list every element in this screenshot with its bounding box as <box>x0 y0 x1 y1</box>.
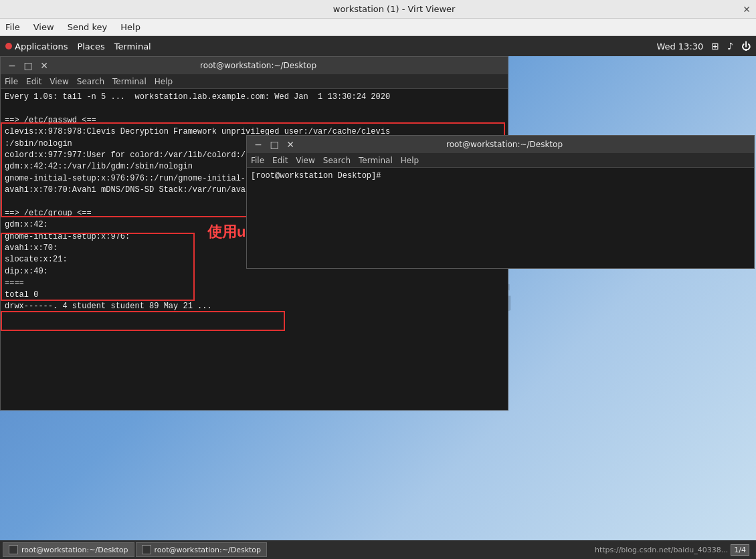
term-line-17: total 0 <box>5 290 504 301</box>
terminal-2-menubar: File Edit View Search Terminal Help <box>247 153 754 168</box>
terminal-1-minimize[interactable]: − <box>6 60 18 71</box>
terminal-1-menubar: File Edit View Search Terminal Help <box>1 74 508 89</box>
virt-viewer-menubar: File View Send key Help <box>0 19 756 36</box>
term-line-16: ==== <box>5 277 504 289</box>
t2-menu-file[interactable]: File <box>251 156 264 165</box>
taskbar-url: https://blog.csdn.net/baidu_40338... <box>595 546 728 554</box>
t2-prompt-line: [root@workstation Desktop]# <box>251 171 750 182</box>
terminal-1-title: root@workstation:~/Desktop <box>50 61 466 70</box>
t2-menu-view[interactable]: View <box>296 156 314 165</box>
menu-view[interactable]: View <box>31 21 57 33</box>
menu-file[interactable]: File <box>3 21 23 33</box>
t2-menu-help[interactable]: Help <box>401 156 419 165</box>
terminal-window-2: − □ ✕ root@workstation:~/Desktop File Ed… <box>246 135 755 269</box>
term-line-2: ==> /etc/passwd <== <box>5 115 504 126</box>
menu-sendkey[interactable]: Send key <box>65 21 110 33</box>
terminal-2-title: root@workstation:~/Desktop <box>296 140 713 149</box>
taskbar-term-icon-2 <box>142 545 151 554</box>
gnome-right-items: Wed 13:30 ⊞ ♪ ⏻ <box>656 41 751 51</box>
places-button[interactable]: Places <box>77 41 104 51</box>
t2-menu-terminal[interactable]: Terminal <box>359 156 393 165</box>
t1-menu-edit[interactable]: Edit <box>26 77 41 86</box>
applications-label: Applications <box>15 41 68 51</box>
taskbar-item-1[interactable]: root@workstation:~/Desktop <box>3 542 134 557</box>
gnome-left-items: Applications Places Terminal <box>5 41 151 51</box>
t1-menu-terminal[interactable]: Terminal <box>112 77 147 86</box>
taskbar-right: https://blog.csdn.net/baidu_40338... 1/4 <box>595 544 753 556</box>
terminal-2-minimize[interactable]: − <box>252 139 264 150</box>
taskbar: root@workstation:~/Desktop root@workstat… <box>0 540 756 559</box>
applications-button[interactable]: Applications <box>5 41 68 51</box>
taskbar-item-2[interactable]: root@workstation:~/Desktop <box>136 542 268 557</box>
taskbar-label-2: root@workstation:~/Desktop <box>155 546 262 554</box>
window-title: workstation (1) - Virt Viewer <box>45 4 743 14</box>
gnome-topbar: Applications Places Terminal Wed 13:30 ⊞… <box>0 36 756 56</box>
t1-menu-view[interactable]: View <box>50 77 68 86</box>
clock: Wed 13:30 <box>656 41 703 51</box>
highlight-box-dir <box>1 311 285 331</box>
menu-help[interactable]: Help <box>118 21 143 33</box>
terminal-2-buttons: − □ ✕ <box>252 139 296 150</box>
term-line-18: drwx------. 4 student student 89 May 21 … <box>5 301 504 312</box>
term-line-0: Every 1.0s: tail -n 5 ... workstation.la… <box>5 92 504 103</box>
t1-menu-search[interactable]: Search <box>77 77 104 86</box>
network-icon[interactable]: ⊞ <box>711 41 719 51</box>
sound-icon[interactable]: ♪ <box>727 41 733 51</box>
power-icon[interactable]: ⏻ <box>741 41 751 51</box>
virt-viewer-titlebar: workstation (1) - Virt Viewer ✕ <box>0 0 756 19</box>
terminal-1-buttons: − □ ✕ <box>6 60 50 71</box>
terminal-1-close[interactable]: ✕ <box>38 60 50 71</box>
redhat-icon <box>5 43 12 49</box>
desktop-area: CSDN BLOG − □ ✕ root@workstation:~/Deskt… <box>0 56 756 540</box>
terminal-2-maximize[interactable]: □ <box>268 139 280 150</box>
terminal-1-maximize[interactable]: □ <box>22 60 34 71</box>
taskbar-term-icon-1 <box>9 545 18 554</box>
t1-menu-help[interactable]: Help <box>155 77 173 86</box>
terminal-button[interactable]: Terminal <box>114 41 151 51</box>
terminal-2-titlebar: − □ ✕ root@workstation:~/Desktop <box>247 136 754 153</box>
terminal-2-close[interactable]: ✕ <box>284 139 296 150</box>
t2-menu-edit[interactable]: Edit <box>272 156 288 165</box>
term-line-1 <box>5 103 504 114</box>
terminal-1-titlebar: − □ ✕ root@workstation:~/Desktop <box>1 57 508 74</box>
taskbar-label-1: root@workstation:~/Desktop <box>21 546 128 554</box>
window-close-button[interactable]: ✕ <box>743 4 751 15</box>
terminal-2-content: [root@workstation Desktop]# <box>247 168 754 268</box>
page-indicator: 1/4 <box>731 544 749 556</box>
t1-menu-file[interactable]: File <box>5 77 18 86</box>
t2-menu-search[interactable]: Search <box>323 156 351 165</box>
